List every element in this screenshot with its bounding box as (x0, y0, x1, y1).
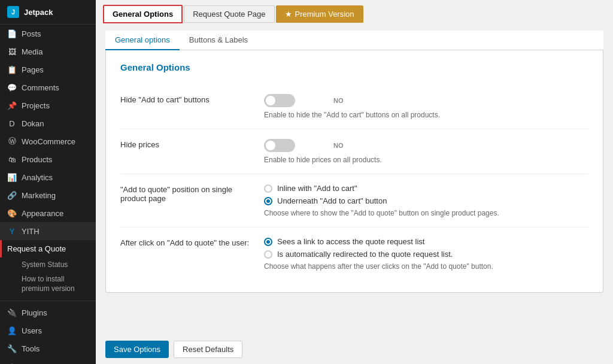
sidebar-item-appearance[interactable]: 🎨 Appearance (0, 204, 96, 222)
inner-tabs-bar: General options Buttons & Labels (105, 31, 603, 50)
radio-text-inline: Inline with "Add to cart" (277, 184, 357, 193)
settings-card: General Options Hide "Add to cart" butto… (105, 50, 603, 293)
hide-add-to-cart-toggle[interactable] (264, 94, 295, 107)
hide-add-to-cart-control: NO Enable to hide the "Add to cart" butt… (264, 94, 588, 119)
hide-prices-helper: Enable to hide prices on all products. (264, 156, 588, 164)
users-icon: 👤 (7, 326, 17, 335)
radio-circle-redirected (264, 250, 272, 259)
hide-prices-label: Hide prices (120, 139, 252, 149)
analytics-icon: 📊 (7, 172, 17, 182)
sidebar-brand-label: Jetpack (24, 8, 53, 17)
sidebar-item-label: YITH (22, 227, 40, 236)
radio-underneath[interactable]: Underneath "Add to cart" button (264, 196, 588, 205)
sidebar-item-label: Products (22, 155, 52, 164)
appearance-icon: 🎨 (7, 208, 17, 218)
sidebar-item-request-a-quote[interactable]: Request a Quote (0, 240, 96, 257)
radio-circle-inline (264, 184, 272, 193)
sidebar-item-label: WooCommerce (22, 137, 75, 146)
inner-tab-buttons-labels[interactable]: Buttons & Labels (180, 31, 257, 50)
inner-tab-general-options[interactable]: General options (105, 31, 180, 50)
sidebar-item-label: Analytics (22, 173, 53, 182)
after-click-label: After click on "Add to quote" the user: (120, 237, 252, 247)
woocommerce-icon: Ⓦ (7, 136, 17, 146)
sidebar-item-dokan[interactable]: D Dokan (0, 114, 96, 132)
after-click-helper: Choose what happens after the user click… (264, 262, 588, 271)
sidebar-item-products[interactable]: 🛍 Products (0, 150, 96, 168)
toggle-label: NO (333, 97, 344, 104)
marketing-icon: 🔗 (7, 190, 17, 200)
sidebar-item-label: Dokan (22, 119, 44, 128)
sidebar-item-pages[interactable]: 📋 Pages (0, 60, 96, 78)
settings-icon: ⚙ (7, 362, 17, 364)
hide-prices-toggle[interactable] (264, 139, 295, 152)
products-icon: 🛍 (7, 154, 17, 164)
after-click-row: After click on "Add to quote" the user: … (120, 228, 588, 280)
jetpack-icon: J (7, 6, 19, 18)
plugins-icon: 🔌 (7, 308, 17, 317)
add-to-quote-position-row: "Add to quote" position on single produc… (120, 174, 588, 228)
sidebar-item-settings[interactable]: ⚙ Settings (0, 357, 96, 364)
tab-general-options[interactable]: General Options (103, 5, 183, 23)
sidebar-item-label: Users (22, 326, 42, 335)
sidebar-item-label: Pages (22, 65, 44, 74)
radio-text-sees-link: Sees a link to access the quote request … (277, 237, 424, 246)
toggle-wrap: NO (264, 94, 588, 107)
sidebar-sub-item-system-status[interactable]: System Status (0, 257, 96, 272)
sidebar-item-analytics[interactable]: 📊 Analytics (0, 168, 96, 186)
dokan-icon: D (7, 119, 17, 128)
sidebar-divider (0, 301, 96, 301)
hide-prices-row: Hide prices NO Enable to hide prices on … (120, 129, 588, 174)
sidebar-item-comments[interactable]: 💬 Comments (0, 78, 96, 96)
tab-request-quote-page[interactable]: Request Quote Page (184, 5, 274, 23)
top-tabs-bar: General Options Request Quote Page ★ Pre… (96, 0, 613, 23)
sidebar-item-label: Media (22, 47, 43, 56)
sidebar-sub-item-how-to-install[interactable]: How to install premium version (0, 272, 96, 298)
radio-text-redirected: Is automatically redirected to the quote… (277, 250, 453, 259)
sidebar-item-label: Projects (22, 101, 50, 110)
sidebar-brand[interactable]: J Jetpack (0, 0, 96, 25)
radio-sees-link[interactable]: Sees a link to access the quote request … (264, 237, 588, 246)
add-to-quote-position-helper: Choose where to show the "Add to quote" … (264, 209, 588, 217)
tools-icon: 🔧 (7, 344, 17, 353)
sidebar-item-woocommerce[interactable]: Ⓦ WooCommerce (0, 132, 96, 150)
toggle-wrap-2: NO (264, 139, 588, 152)
sidebar-item-yith[interactable]: Y YITH (0, 222, 96, 240)
after-click-control: Sees a link to access the quote request … (264, 237, 588, 271)
sidebar: J Jetpack 📄 Posts 🖼 Media 📋 Pages 💬 Comm… (0, 0, 96, 364)
sidebar-item-label: Comments (22, 83, 59, 92)
radio-circle-sees-link (264, 238, 272, 246)
section-title: General Options (120, 62, 588, 72)
bottom-bar: Save Options Reset Defaults (96, 335, 613, 364)
sidebar-item-marketing[interactable]: 🔗 Marketing (0, 186, 96, 204)
save-options-button[interactable]: Save Options (105, 341, 169, 358)
tab-premium-version[interactable]: ★ Premium Version (276, 5, 363, 23)
sidebar-item-projects[interactable]: 📌 Projects (0, 96, 96, 114)
sidebar-item-plugins[interactable]: 🔌 Plugins (0, 304, 96, 321)
radio-circle-underneath (264, 197, 272, 205)
star-icon: ★ (285, 10, 292, 19)
yith-icon: Y (7, 226, 17, 236)
media-icon: 🖼 (7, 47, 17, 56)
radio-text-underneath: Underneath "Add to cart" button (277, 196, 387, 205)
sidebar-item-users[interactable]: 👤 Users (0, 321, 96, 339)
sidebar-item-label: Appearance (22, 209, 63, 218)
sidebar-item-posts[interactable]: 📄 Posts (0, 25, 96, 43)
pages-icon: 📋 (7, 65, 17, 74)
sidebar-item-label: Plugins (22, 308, 47, 317)
reset-defaults-button[interactable]: Reset Defaults (174, 341, 242, 358)
posts-icon: 📄 (7, 29, 17, 38)
radio-inline[interactable]: Inline with "Add to cart" (264, 184, 588, 193)
main-content: General Options Request Quote Page ★ Pre… (96, 0, 613, 364)
hide-add-to-cart-helper: Enable to hide the "Add to cart" buttons… (264, 111, 588, 119)
toggle-knob-2 (266, 141, 275, 150)
sidebar-item-media[interactable]: 🖼 Media (0, 43, 96, 60)
toggle-label-2: NO (333, 142, 344, 149)
sidebar-item-tools[interactable]: 🔧 Tools (0, 339, 96, 357)
sidebar-item-label: Request a Quote (7, 244, 66, 253)
add-to-quote-position-control: Inline with "Add to cart" Underneath "Ad… (264, 184, 588, 217)
sidebar-item-label: Posts (22, 29, 41, 38)
toggle-knob (266, 96, 275, 105)
radio-redirected[interactable]: Is automatically redirected to the quote… (264, 250, 588, 259)
sidebar-item-label: Tools (22, 344, 40, 353)
projects-icon: 📌 (7, 101, 17, 110)
